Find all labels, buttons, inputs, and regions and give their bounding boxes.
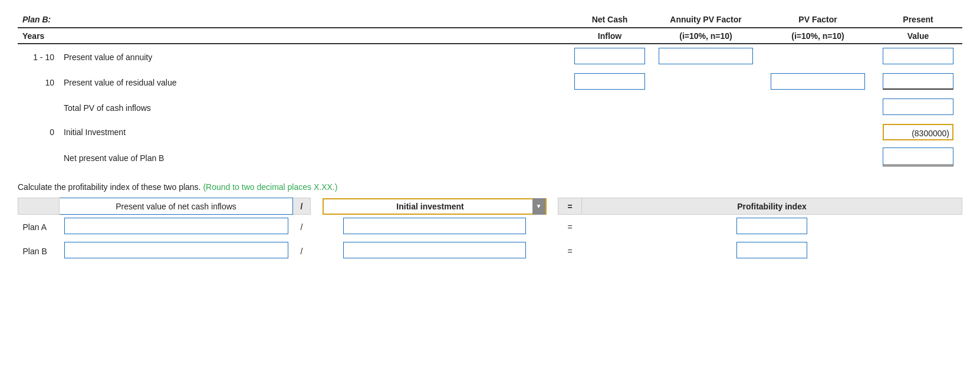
annuity-pv-factor-input[interactable]	[659, 48, 753, 64]
net-cash-sub: Inflow	[570, 28, 650, 44]
pv-factor-header: PV Factor	[762, 12, 874, 28]
residual-net-cash-input[interactable]	[574, 73, 645, 90]
table-row: 1 - 10 Present value of annuity	[18, 44, 962, 70]
table-row: Total PV of cash inflows	[18, 95, 962, 120]
equals-header: =	[558, 198, 582, 215]
years-subheader: Years	[18, 28, 59, 44]
profitability-instruction: Calculate the profitability index of the…	[18, 182, 962, 192]
table-row: 10 Present value of residual value	[18, 70, 962, 95]
prof-header-row: Present value of net cash inflows / Init…	[18, 198, 962, 215]
dropdown-text: Initial investment	[324, 202, 532, 211]
initial-investment-label: Initial Investment	[59, 120, 570, 144]
plan-a-label: Plan A	[18, 215, 60, 240]
residual-present-value-input[interactable]	[883, 73, 953, 90]
profitability-table: Present value of net cash inflows / Init…	[18, 198, 962, 263]
plan-a-init-input[interactable]	[343, 218, 526, 234]
year-1-10: 1 - 10	[18, 44, 59, 70]
plan-b-result-input[interactable]	[736, 242, 807, 258]
dropdown-arrow-icon[interactable]: ▼	[532, 198, 545, 215]
initial-investment-dropdown[interactable]: Initial investment ▼	[323, 198, 547, 215]
plan-b-title: Plan B:	[18, 12, 59, 28]
plan-a-result-input[interactable]	[736, 218, 807, 234]
total-pv-label: Total PV of cash inflows	[59, 95, 570, 120]
table-row: Net present value of Plan B	[18, 144, 962, 172]
plan-b-row: Plan B / =	[18, 239, 962, 263]
present-sub: Value	[874, 28, 962, 44]
annuity-sub: (i=10%, n=10)	[650, 28, 762, 44]
plan-a-slash: /	[293, 215, 311, 240]
residual-pv-factor-input[interactable]	[771, 73, 865, 90]
prof-index-header: Profitability index	[582, 198, 962, 215]
plan-a-pv-input[interactable]	[64, 218, 288, 234]
plan-b-table: Plan B: Net Cash Annuity PV Factor PV Fa…	[18, 12, 962, 172]
present-header: Present	[874, 12, 962, 28]
plan-b-init-input[interactable]	[343, 242, 526, 258]
plan-b-pv-input[interactable]	[64, 242, 288, 258]
plan-b-label: Plan B	[18, 239, 60, 263]
pv-factor-sub: (i=10%, n=10)	[762, 28, 874, 44]
plan-a-row: Plan A / =	[18, 215, 962, 240]
total-pv-input[interactable]	[883, 99, 953, 115]
initial-investment-input[interactable]: (8300000)	[883, 124, 953, 140]
plan-b-equals: =	[558, 239, 582, 263]
instruction-text: Calculate the profitability index of the…	[18, 182, 201, 192]
year-0: 0	[18, 120, 59, 144]
plan-a-equals: =	[558, 215, 582, 240]
annuity-present-value-input[interactable]	[883, 48, 953, 64]
annuity-label: Present value of annuity	[59, 44, 570, 70]
annuity-header: Annuity PV Factor	[650, 12, 762, 28]
npv-label: Net present value of Plan B	[59, 144, 570, 172]
round-note: (Round to two decimal places X.XX.)	[203, 182, 337, 192]
pv-header-cell: Present value of net cash inflows	[60, 198, 293, 215]
residual-label: Present value of residual value	[59, 70, 570, 95]
table-row: 0 Initial Investment (8300000)	[18, 120, 962, 144]
net-cash-header: Net Cash	[570, 12, 650, 28]
slash-header: /	[293, 198, 311, 215]
year-10: 10	[18, 70, 59, 95]
annuity-net-cash-input[interactable]	[574, 48, 645, 64]
npv-input[interactable]	[883, 147, 953, 166]
plan-b-slash: /	[293, 239, 311, 263]
